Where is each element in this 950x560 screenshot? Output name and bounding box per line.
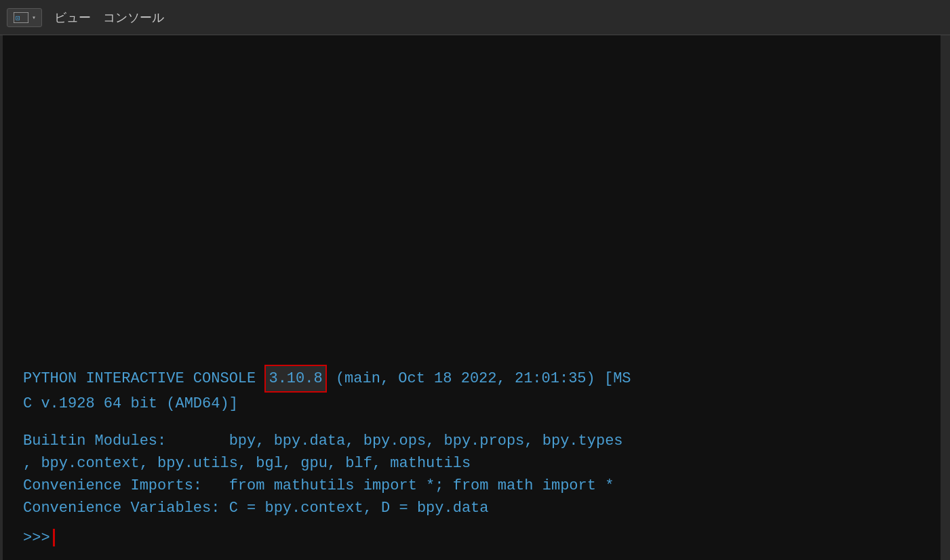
console-line-5: , bpy.context, bpy.utils, bgl, gpu, blf,… xyxy=(23,452,913,475)
console-text-line1-pre: PYTHON INTERACTIVE CONSOLE xyxy=(23,370,264,387)
prompt-symbol: >>> xyxy=(23,529,50,546)
console-line-4: Builtin Modules: bpy, bpy.data, bpy.ops,… xyxy=(23,430,913,452)
svg-text:⊡: ⊡ xyxy=(16,14,20,22)
console-line-2: C v.1928 64 bit (AMD64)] xyxy=(23,393,913,415)
terminal-menu-button[interactable]: ⊡ ▾ xyxy=(7,8,42,27)
console-line-7: Convenience Variables: C = bpy.context, … xyxy=(23,497,913,519)
console-line-1: PYTHON INTERACTIVE CONSOLE 3.10.8 (main,… xyxy=(23,365,913,393)
menu-view[interactable]: ビュー xyxy=(54,9,91,26)
version-highlight: 3.10.8 xyxy=(264,365,326,393)
chevron-down-icon: ▾ xyxy=(32,14,36,21)
console-line-6: Convenience Imports: from mathutils impo… xyxy=(23,475,913,497)
prompt-line[interactable]: >>> xyxy=(23,529,913,546)
console-line-blank xyxy=(23,415,913,430)
console-output: PYTHON INTERACTIVE CONSOLE 3.10.8 (main,… xyxy=(23,365,913,546)
scrollbar[interactable] xyxy=(941,35,950,560)
console-text-line1-post: (main, Oct 18 2022, 21:01:35) [MS xyxy=(327,370,631,387)
cursor xyxy=(53,529,55,546)
titlebar: ⊡ ▾ ビュー コンソール xyxy=(0,0,950,35)
terminal-icon: ⊡ xyxy=(13,12,29,24)
console-panel[interactable]: PYTHON INTERACTIVE CONSOLE 3.10.8 (main,… xyxy=(3,35,943,560)
menu-console[interactable]: コンソール xyxy=(103,9,164,26)
